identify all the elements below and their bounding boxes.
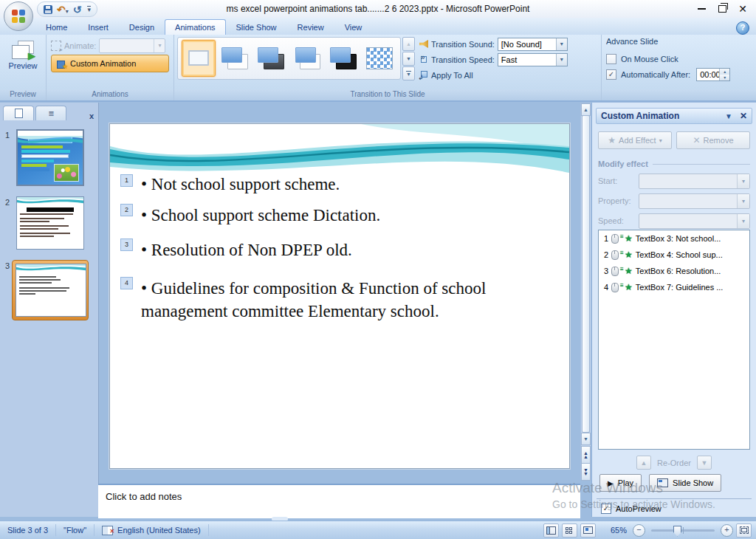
transition-sound-select[interactable]: [No Sound] ▾ xyxy=(498,38,568,51)
tab-slides-thumbnails[interactable] xyxy=(3,106,34,120)
minimize-icon xyxy=(698,8,706,10)
on-mouse-click-checkbox[interactable] xyxy=(606,54,616,64)
slide-show-view-button[interactable] xyxy=(580,523,596,538)
animation-order-badge: 4 xyxy=(120,277,133,289)
zoom-out-button[interactable]: − xyxy=(633,524,645,537)
tab-home[interactable]: Home xyxy=(35,19,78,35)
animate-label: Animate: xyxy=(64,41,96,50)
normal-view-icon xyxy=(546,526,556,535)
property-label: Property: xyxy=(598,196,639,205)
slide-thumbnail-1[interactable]: 1 xyxy=(0,129,98,186)
zoom-slider-thumb[interactable] xyxy=(673,526,681,537)
gallery-scroll: ▲ ▼ ▼ xyxy=(402,37,415,80)
panel-close-icon[interactable]: x xyxy=(89,111,94,120)
slide-thumbnail-2[interactable]: 2 xyxy=(0,196,98,250)
help-icon[interactable]: ? xyxy=(736,21,749,35)
tab-view[interactable]: View xyxy=(334,19,373,35)
pane-title: Custom Animation xyxy=(601,111,679,121)
group-label-preview: Preview xyxy=(0,89,46,100)
reorder-down-icon[interactable]: ▼ xyxy=(697,456,712,470)
restore-icon xyxy=(718,5,726,13)
transition-none-tile[interactable] xyxy=(182,40,216,77)
animation-list-item[interactable]: 1 ★ TextBox 3: Not school... xyxy=(599,230,749,247)
slide-text-placeholder[interactable]: • Not school support scheme. • School su… xyxy=(141,173,531,332)
gallery-up-icon[interactable]: ▲ xyxy=(402,37,415,51)
auto-after-time-stepper[interactable]: 00:00 ▴▾ xyxy=(696,68,730,81)
close-button[interactable]: ✕ xyxy=(732,1,753,16)
property-select[interactable]: ▾ xyxy=(639,193,750,209)
transition-speed-select[interactable]: Fast ▾ xyxy=(498,53,568,66)
automatically-after-checkbox[interactable]: ✓ xyxy=(606,69,616,80)
transition-fade-smoothly-tile[interactable] xyxy=(218,40,252,77)
remove-x-icon: ✕ xyxy=(693,135,700,145)
spin-up-icon[interactable]: ▴ xyxy=(720,69,729,75)
bullet-1: • Not school support scheme. xyxy=(141,173,531,196)
scroll-up-icon[interactable]: ▲ xyxy=(581,103,591,116)
spin-down-icon[interactable]: ▾ xyxy=(720,75,729,80)
editor-vertical-scrollbar[interactable]: ▲ ▼ ▲▲ ▼▼ xyxy=(580,103,591,480)
transition-cut-tile[interactable] xyxy=(290,40,324,77)
autopreview-checkbox[interactable]: ✓ xyxy=(601,504,611,514)
restore-button[interactable] xyxy=(712,1,732,16)
scroll-down-icon[interactable]: ▼ xyxy=(581,433,591,445)
animate-dropdown[interactable]: ▾ xyxy=(99,38,165,53)
preview-button[interactable]: ▶ Preview xyxy=(3,38,43,72)
slide-editing-area[interactable]: 1 2 3 4 • Not school support scheme. • S… xyxy=(109,123,570,469)
slide-thumbnail-3-selected[interactable]: 3 xyxy=(0,260,98,320)
notes-pane[interactable]: Click to add notes xyxy=(98,484,580,518)
chevron-down-icon: ▾ xyxy=(737,194,749,208)
tab-design[interactable]: Design xyxy=(119,19,165,35)
transition-fade-through-black-tile[interactable] xyxy=(254,40,288,77)
spellcheck-status[interactable]: English (United States) xyxy=(94,524,209,536)
mouse-trigger-icon xyxy=(611,234,619,244)
fit-to-window-button[interactable] xyxy=(736,523,752,538)
outline-tab-icon: ≣ xyxy=(48,109,53,117)
next-slide-button[interactable]: ▼▼ xyxy=(581,463,591,481)
animation-list-item[interactable]: 3 ★ TextBox 6: Resolution... xyxy=(599,263,749,279)
autopreview-toggle[interactable]: ✓ AutoPreview xyxy=(601,504,662,514)
tab-slide-show[interactable]: Slide Show xyxy=(226,19,287,35)
zoom-level[interactable]: 65% xyxy=(602,526,627,535)
add-effect-button[interactable]: ★ Add Effect ▾ xyxy=(598,131,672,149)
slide-sorter-view-button[interactable] xyxy=(562,523,577,538)
pane-header[interactable]: Custom Animation ▼ ✕ xyxy=(596,108,752,124)
preview-button-label: Preview xyxy=(3,61,43,70)
speed-select[interactable]: ▾ xyxy=(639,213,750,229)
play-button[interactable]: ▶ Play xyxy=(599,474,642,492)
apply-to-all-button[interactable]: Apply To All xyxy=(419,68,568,82)
tab-review[interactable]: Review xyxy=(287,19,334,35)
slide-counter[interactable]: Slide 3 of 3 xyxy=(0,524,56,536)
pane-menu-icon[interactable]: ▼ xyxy=(725,112,732,120)
minimize-button[interactable] xyxy=(691,1,712,16)
window-controls: ✕ xyxy=(691,0,753,18)
gallery-more-icon[interactable]: ▼ xyxy=(402,66,415,80)
scrollbar-thumb[interactable] xyxy=(582,115,590,433)
normal-view-button[interactable] xyxy=(543,523,559,538)
transition-cut-through-black-tile[interactable] xyxy=(326,40,360,77)
tab-outline[interactable]: ≣ xyxy=(35,106,66,120)
tab-animations[interactable]: Animations xyxy=(165,19,225,35)
tab-insert[interactable]: Insert xyxy=(78,19,119,35)
transition-speed-icon xyxy=(419,55,428,63)
gallery-down-icon[interactable]: ▼ xyxy=(402,52,415,66)
transition-dissolve-tile[interactable] xyxy=(362,40,396,77)
thumbnail-2-graphic xyxy=(17,197,83,249)
pane-close-icon[interactable]: ✕ xyxy=(740,111,747,121)
previous-slide-button[interactable]: ▲▲ xyxy=(581,446,591,464)
office-button[interactable] xyxy=(4,1,33,31)
start-select[interactable]: ▾ xyxy=(639,174,750,189)
remove-button[interactable]: ✕ Remove xyxy=(676,131,750,149)
custom-animation-button[interactable]: ★ Custom Animation xyxy=(51,55,169,72)
group-label-transition: Transition to This Slide xyxy=(174,89,601,100)
zoom-slider[interactable] xyxy=(651,529,715,532)
animation-list-item[interactable]: 4 ★ TextBox 7: Guidelines ... xyxy=(599,279,749,295)
advance-slide-title: Advance Slide xyxy=(606,37,752,46)
theme-name[interactable]: "Flow" xyxy=(56,524,94,536)
reorder-up-icon[interactable]: ▲ xyxy=(636,456,651,470)
zoom-in-button[interactable]: + xyxy=(721,524,733,537)
slide-show-button[interactable]: Slide Show xyxy=(649,474,721,492)
animation-list-item[interactable]: 2 ★ TextBox 4: School sup... xyxy=(599,247,749,263)
chevron-down-icon: ▾ xyxy=(556,54,567,66)
transition-sound-label: Transition Sound: xyxy=(431,40,495,49)
group-animations: Animate: ▾ ★ Custom Animation Animations xyxy=(47,35,174,100)
